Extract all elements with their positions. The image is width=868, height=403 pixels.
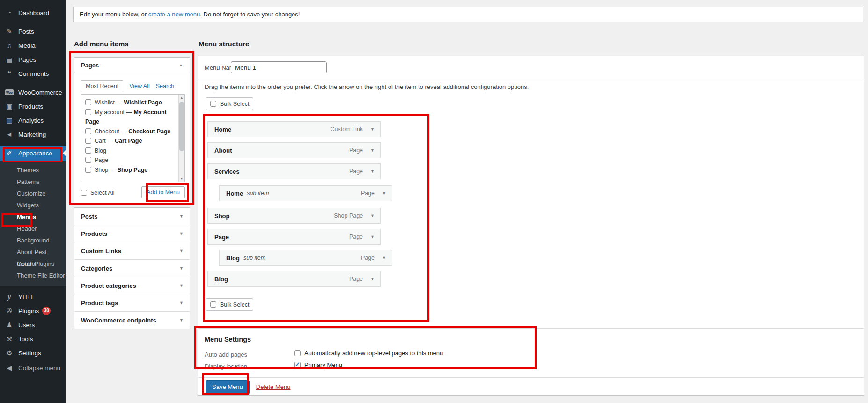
chevron-down-icon[interactable]: ▼	[382, 256, 386, 260]
scrollbar[interactable]: ▲ ▼	[178, 95, 184, 182]
chevron-down-icon[interactable]: ▼	[370, 213, 375, 218]
save-menu-button[interactable]: Save Menu	[206, 380, 250, 394]
tab-search[interactable]: Search	[156, 83, 175, 92]
sidebar-item-label: Plugins	[18, 308, 39, 315]
sidebar-item-appearance[interactable]: Appearance	[0, 146, 66, 161]
pages-panel-title: Pages	[81, 62, 99, 69]
submenu-item-menus[interactable]: Menus	[0, 211, 66, 223]
chevron-down-icon[interactable]: ▼	[370, 277, 375, 281]
menu-subitem-home[interactable]: Homesub item Page▼	[219, 185, 392, 201]
select-all-control[interactable]: Select All	[81, 188, 114, 197]
menu-item-page[interactable]: Page Page▼	[207, 229, 381, 245]
chevron-down-icon[interactable]: ▼	[370, 169, 375, 174]
checkbox[interactable]	[85, 157, 91, 163]
accordion-posts[interactable]: Posts▼	[74, 208, 190, 225]
page-checkbox-item[interactable]: Page	[85, 155, 177, 165]
sidebar-item-products[interactable]: Products	[0, 99, 66, 113]
checkbox[interactable]	[85, 138, 91, 144]
submenu-item-background[interactable]: Background	[0, 234, 66, 246]
tab-view-all[interactable]: View All	[129, 83, 150, 92]
checkbox[interactable]	[85, 109, 91, 115]
accordion-custom-links[interactable]: Custom Links▼	[74, 242, 190, 260]
sidebar-item-woocommerce[interactable]: WooWooCommerce	[0, 85, 66, 99]
page-checkbox-item[interactable]: Wishlist — Wishlist Page	[85, 98, 177, 108]
sidebar-item-analytics[interactable]: Analytics	[0, 113, 66, 127]
dashboard-icon	[5, 9, 14, 16]
collapse-menu-button[interactable]: Collapse menu	[0, 361, 66, 375]
checkbox[interactable]	[85, 167, 91, 173]
sidebar-item-tools[interactable]: Tools	[0, 332, 66, 346]
select-all-checkbox[interactable]	[81, 190, 87, 196]
chevron-down-icon[interactable]: ▼	[370, 148, 375, 153]
accordion-woocommerce-endpoints[interactable]: WooCommerce endpoints▼	[74, 312, 190, 329]
sidebar-item-label: Appearance	[18, 150, 52, 157]
primary-menu-checkbox[interactable]	[294, 362, 301, 368]
sidebar-item-yith[interactable]: YITH	[0, 290, 66, 304]
sidebar-item-media[interactable]: Media	[0, 38, 66, 52]
submenu-item-install-plugins[interactable]: Install Plugins	[0, 258, 66, 270]
brush-icon	[5, 149, 14, 157]
sidebar-item-marketing[interactable]: Marketing	[0, 127, 66, 141]
chevron-down-icon[interactable]: ▼	[370, 127, 375, 132]
chevron-down-icon[interactable]: ▼	[382, 191, 386, 196]
checkbox[interactable]	[85, 128, 91, 134]
display-location-control[interactable]: Primary Menu	[294, 361, 342, 368]
checkbox[interactable]	[85, 99, 91, 105]
bulk-select-toggle-bottom[interactable]: Bulk Select	[206, 298, 253, 311]
tab-most-recent[interactable]: Most Recent	[81, 80, 123, 92]
page-checkbox-item[interactable]: Blog	[85, 146, 177, 156]
menu-item-services[interactable]: Services Page▼	[207, 163, 381, 179]
menu-subitem-blog[interactable]: Blogsub item Page▼	[219, 250, 392, 266]
sidebar-item-dashboard[interactable]: Dashboard	[0, 6, 66, 20]
sidebar-item-users[interactable]: Users	[0, 318, 66, 332]
accordion-product-tags[interactable]: Product tags▼	[74, 294, 190, 312]
delete-menu-link[interactable]: Delete Menu	[256, 383, 291, 390]
menu-item-shop[interactable]: Shop Shop Page▼	[207, 208, 381, 224]
add-to-menu-button[interactable]: Add to Menu	[141, 186, 185, 198]
chevron-down-icon: ▼	[179, 214, 184, 219]
menu-item-home[interactable]: Home Custom Link▼	[207, 121, 381, 137]
accordion-product-categories[interactable]: Product categories▼	[74, 277, 190, 294]
add-items-accordion-list: Posts▼ Products▼ Custom Links▼ Categorie…	[74, 207, 190, 329]
pages-panel-header[interactable]: Pages ▲	[74, 58, 190, 73]
auto-add-pages-control[interactable]: Automatically add new top-level pages to…	[294, 350, 443, 357]
menu-item-blog[interactable]: Blog Page▼	[207, 271, 381, 287]
submenu-item-customize[interactable]: Customize	[0, 188, 66, 199]
accordion-products[interactable]: Products▼	[74, 225, 190, 242]
checkbox[interactable]	[85, 147, 91, 154]
chevron-up-icon[interactable]: ▲	[179, 63, 183, 67]
sidebar-item-pages[interactable]: Pages	[0, 52, 66, 66]
submenu-item-about-pest-control[interactable]: About Pest Control	[0, 246, 66, 258]
page-checkbox-item[interactable]: My account — My Account Page	[85, 108, 177, 127]
submenu-item-themes[interactable]: Themes	[0, 164, 66, 176]
auto-add-checkbox[interactable]	[294, 350, 301, 356]
add-menu-items-title: Add menu items	[74, 40, 129, 48]
chevron-down-icon[interactable]: ▼	[370, 234, 375, 239]
sidebar-item-plugins[interactable]: Plugins30	[0, 304, 66, 318]
menu-item-type: Custom Link	[331, 126, 363, 132]
create-new-menu-link[interactable]: create a new menu	[148, 11, 200, 18]
menu-settings-section: Menu Settings Auto add pages Automatical…	[198, 328, 864, 329]
page-checkbox-item[interactable]: Cart — Cart Page	[85, 136, 177, 146]
scroll-down-arrow[interactable]: ▼	[179, 176, 184, 182]
sidebar-item-posts[interactable]: Posts	[0, 24, 66, 38]
accordion-categories[interactable]: Categories▼	[74, 260, 190, 277]
submenu-item-patterns[interactable]: Patterns	[0, 176, 66, 188]
page-checkbox-item[interactable]: Checkout — Checkout Page	[85, 127, 177, 137]
chevron-down-icon: ▼	[179, 318, 184, 322]
scroll-up-arrow[interactable]: ▲	[179, 95, 184, 101]
bulk-select-checkbox[interactable]	[210, 301, 216, 308]
bulk-select-checkbox[interactable]	[210, 101, 216, 107]
menu-name-input[interactable]	[231, 61, 327, 73]
drag-instruction-text: Drag the items into the order you prefer…	[205, 83, 529, 90]
sidebar-item-settings[interactable]: Settings	[0, 346, 66, 360]
page-checkbox-item[interactable]: Shop — Shop Page	[85, 165, 177, 175]
menu-item-type: Page	[349, 147, 363, 154]
sidebar-item-comments[interactable]: Comments	[0, 66, 66, 81]
submenu-item-theme-file-editor[interactable]: Theme File Editor	[0, 270, 66, 281]
submenu-item-widgets[interactable]: Widgets	[0, 199, 66, 211]
bulk-select-toggle-top[interactable]: Bulk Select	[206, 97, 253, 110]
menu-item-about[interactable]: About Page▼	[207, 142, 381, 158]
scrollbar-thumb[interactable]	[179, 102, 184, 151]
submenu-item-header[interactable]: Header	[0, 223, 66, 234]
